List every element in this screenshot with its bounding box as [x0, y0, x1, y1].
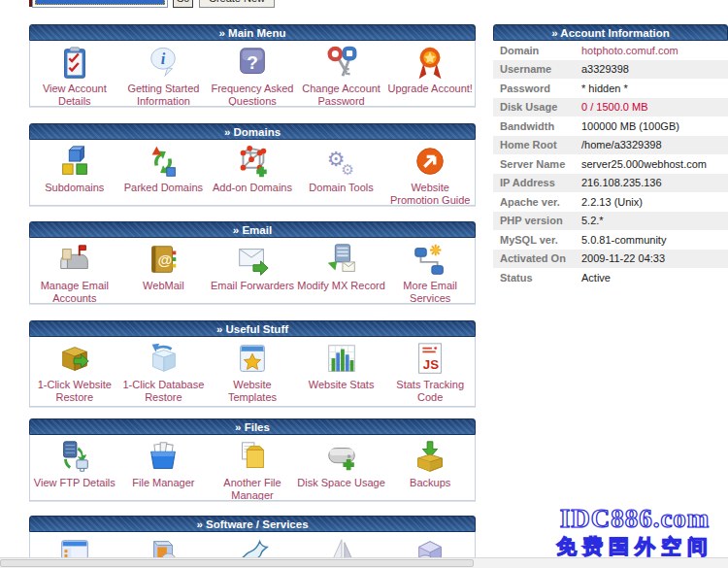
section-main-menu-body: View Account Details i Getting Started I…	[29, 41, 476, 107]
section-useful-stuff-header: » Useful Stuff	[29, 320, 476, 337]
row-label: Activated On	[493, 252, 581, 264]
row-value: /home/a3329398	[581, 139, 662, 150]
item-stats-tracking-code[interactable]: JS Stats Tracking Code	[385, 337, 475, 406]
account-info-row-domain: Domain hotphoto.comuf.com	[493, 41, 728, 60]
item-domain-tools[interactable]: ⚙⚙ Domain Tools	[297, 140, 386, 205]
item-label: More Email Services	[385, 280, 475, 304]
js-code-page-icon: JS	[412, 341, 448, 378]
item-website-stats[interactable]: Website Stats	[297, 337, 386, 406]
domain-link[interactable]: hotphoto.comuf.com	[581, 45, 678, 56]
watermark-chinese-text: 免费国外空间	[542, 535, 728, 558]
item-more-email-services[interactable]: More Email Services	[385, 238, 475, 303]
section-software-services-header: » Software / Services	[29, 516, 476, 532]
row-label: IP Address	[493, 177, 581, 188]
item-label: Upgrade Account!	[387, 83, 472, 95]
item-parked-domains[interactable]: Parked Domains	[119, 140, 209, 205]
item-backups[interactable]: Backups	[385, 435, 475, 500]
row-label: Username	[493, 63, 581, 75]
keys-icon	[323, 45, 360, 82]
account-info-row-username: Username a3329398	[493, 60, 728, 80]
item-label: Disk Space Usage	[297, 477, 385, 489]
yellow-folder-document-icon	[234, 439, 271, 476]
gears-icon: ⚙⚙	[323, 144, 360, 181]
item-label: Another File Manager	[208, 477, 297, 501]
item-label: File Manager	[132, 477, 194, 489]
watermark-site-name: IDC886.com	[542, 505, 728, 532]
scrollbar-thumb[interactable]	[0, 559, 474, 567]
row-label: Server Name	[493, 158, 581, 170]
section-useful-stuff-body: 1-Click Website Restore 1-Click Database…	[29, 337, 476, 407]
server-sync-monitor-icon	[56, 439, 93, 476]
clipboard-checklist-icon	[56, 45, 93, 82]
item-file-manager[interactable]: File Manager	[119, 435, 209, 500]
item-view-account-details[interactable]: View Account Details	[30, 41, 119, 106]
address-book-at-icon: @	[145, 242, 182, 279]
item-label: Modify MX Record	[297, 280, 384, 292]
section-domains-header: » Domains	[29, 123, 476, 140]
item-modify-mx-record[interactable]: Modify MX Record	[297, 238, 386, 303]
row-label: Password	[493, 83, 581, 94]
item-change-account-password[interactable]: Change Account Password	[297, 41, 386, 106]
row-value: 2.2.13 (Unix)	[581, 196, 643, 208]
account-info-row-mysql-ver: MySQL ver. 5.0.81-community	[493, 230, 728, 250]
section-email-body: Manage Email Accounts @ WebMail Email Fo…	[29, 238, 476, 304]
question-mark-square-icon: ?	[234, 45, 271, 82]
section-main-menu: » Main Menu View Account Details i Getti…	[29, 24, 476, 107]
item-1-click-website-restore[interactable]: 1-Click Website Restore	[30, 337, 119, 406]
colored-cubes-icon	[56, 144, 93, 181]
section-email-header: » Email	[29, 221, 476, 238]
item-label: Getting Started Information	[119, 83, 209, 107]
item-label: Subdomains	[45, 182, 104, 194]
window-gold-star-icon	[234, 341, 271, 378]
section-files-header: » Files	[29, 418, 476, 435]
item-label: Change Account Password	[297, 83, 386, 107]
row-label: PHP version	[493, 215, 581, 226]
account-information-panel: » Account Information Domain hotphoto.co…	[493, 24, 728, 287]
section-domains: » Domains Subdomains Parked Domains Add-…	[29, 123, 476, 206]
item-subdomains[interactable]: Subdomains	[30, 140, 119, 205]
bar-chart-icon	[323, 341, 360, 378]
item-upgrade-account[interactable]: Upgrade Account!	[385, 41, 475, 106]
item-label: Website Templates	[208, 379, 297, 403]
row-value: * hidden *	[581, 83, 628, 94]
svg-text:⚙: ⚙	[341, 161, 354, 178]
svg-text:?: ?	[247, 52, 258, 73]
item-label: WebMail	[143, 280, 184, 292]
item-label: 1-Click Website Restore	[30, 379, 119, 403]
item-label: Website Stats	[309, 379, 375, 391]
item-label: View Account Details	[30, 83, 119, 107]
go-button[interactable]: Go	[173, 0, 193, 8]
account-info-row-activated-on: Activated On 2009-11-22 04:33	[493, 250, 728, 269]
award-ribbon-icon	[412, 45, 448, 82]
account-selector[interactable]	[32, 0, 168, 8]
item-email-forwarders[interactable]: Email Forwarders	[208, 238, 297, 303]
row-value: 100000 MB (100GB)	[581, 120, 679, 132]
watermark: IDC886.com 免费国外空间	[542, 505, 728, 558]
row-label: Domain	[493, 45, 581, 56]
item-frequency-asked-questions[interactable]: ? Frequency Asked Questions	[208, 41, 297, 106]
svg-text:JS: JS	[423, 357, 439, 372]
item-manage-email-accounts[interactable]: Manage Email Accounts	[30, 238, 119, 303]
item-label: Parked Domains	[124, 182, 203, 194]
gold-box-arrow-right-icon	[56, 341, 93, 378]
item-label: Frequency Asked Questions	[208, 83, 297, 107]
item-another-file-manager[interactable]: Another File Manager	[208, 435, 297, 500]
selector-highlight	[35, 0, 165, 5]
row-label: MySQL ver.	[493, 234, 581, 246]
item-webmail[interactable]: @ WebMail	[119, 238, 209, 303]
horizontal-scrollbar[interactable]	[0, 557, 728, 568]
item-getting-started-information[interactable]: i Getting Started Information	[119, 41, 209, 106]
row-label: Apache ver.	[493, 196, 581, 208]
item-disk-space-usage[interactable]: Disk Space Usage	[297, 435, 386, 500]
item-addon-domains[interactable]: Add-on Domains	[208, 140, 297, 205]
item-website-promotion-guide[interactable]: Website Promotion Guide	[385, 140, 475, 205]
account-info-row-bandwidth: Bandwidth 100000 MB (100GB)	[493, 117, 728, 136]
item-label: View FTP Details	[34, 477, 116, 489]
account-info-row-php-version: PHP version 5.2.*	[493, 212, 728, 231]
item-1-click-database-restore[interactable]: 1-Click Database Restore	[119, 337, 209, 406]
item-view-ftp-details[interactable]: View FTP Details	[30, 435, 119, 500]
row-label: Disk Usage	[493, 101, 581, 113]
item-website-templates[interactable]: Website Templates	[208, 337, 297, 406]
create-new-button[interactable]: Create New	[199, 0, 275, 8]
row-label: Bandwidth	[493, 120, 581, 132]
